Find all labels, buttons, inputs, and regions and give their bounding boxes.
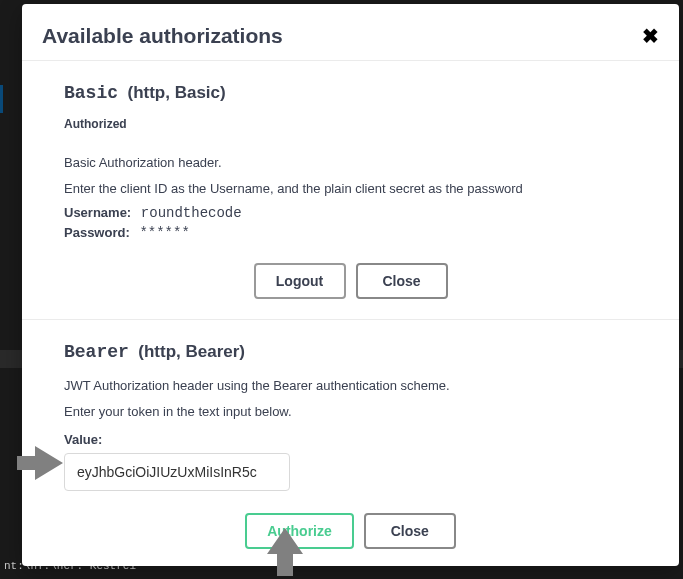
basic-button-row: Logout Close xyxy=(64,263,637,299)
modal-header: Available authorizations ✖ xyxy=(22,4,679,61)
bearer-token-input[interactable] xyxy=(64,453,290,491)
basic-scheme-name: Basic xyxy=(64,83,118,103)
basic-description-2: Enter the client ID as the Username, and… xyxy=(64,179,637,199)
basic-scheme-meta: (http, Basic) xyxy=(127,83,225,102)
basic-username-row: Username: roundthecode xyxy=(64,205,637,221)
annotation-arrow-icon xyxy=(15,438,65,488)
bearer-scheme-heading: Bearer (http, Bearer) xyxy=(64,342,637,362)
bg-accent-stripe xyxy=(0,85,3,113)
basic-scheme-heading: Basic (http, Basic) xyxy=(64,83,637,103)
modal-title: Available authorizations xyxy=(42,24,283,48)
basic-password-value: ****** xyxy=(139,225,189,241)
bearer-value-label: Value: xyxy=(64,432,637,447)
annotation-arrow-icon xyxy=(265,528,305,576)
logout-button[interactable]: Logout xyxy=(254,263,346,299)
authorizations-modal: Available authorizations ✖ Basic (http, … xyxy=(22,4,679,566)
bearer-close-button[interactable]: Close xyxy=(364,513,456,549)
basic-authorized-label: Authorized xyxy=(64,117,637,131)
basic-close-button[interactable]: Close xyxy=(356,263,448,299)
basic-description-1: Basic Authorization header. xyxy=(64,153,637,173)
close-icon[interactable]: ✖ xyxy=(642,26,659,46)
bearer-scheme-meta: (http, Bearer) xyxy=(138,342,245,361)
svg-marker-1 xyxy=(267,528,303,576)
bearer-description-1: JWT Authorization header using the Beare… xyxy=(64,376,637,396)
bearer-auth-section: Bearer (http, Bearer) JWT Authorization … xyxy=(22,319,679,569)
svg-marker-0 xyxy=(17,446,63,480)
basic-username-key: Username: xyxy=(64,205,131,220)
modal-body: Basic (http, Basic) Authorized Basic Aut… xyxy=(22,61,679,569)
bearer-scheme-name: Bearer xyxy=(64,342,129,362)
basic-password-row: Password: ****** xyxy=(64,225,637,241)
bearer-button-row: Authorize Close xyxy=(64,513,637,549)
basic-username-value: roundthecode xyxy=(141,205,242,221)
basic-auth-section: Basic (http, Basic) Authorized Basic Aut… xyxy=(22,61,679,319)
basic-password-key: Password: xyxy=(64,225,130,240)
bearer-description-2: Enter your token in the text input below… xyxy=(64,402,637,422)
